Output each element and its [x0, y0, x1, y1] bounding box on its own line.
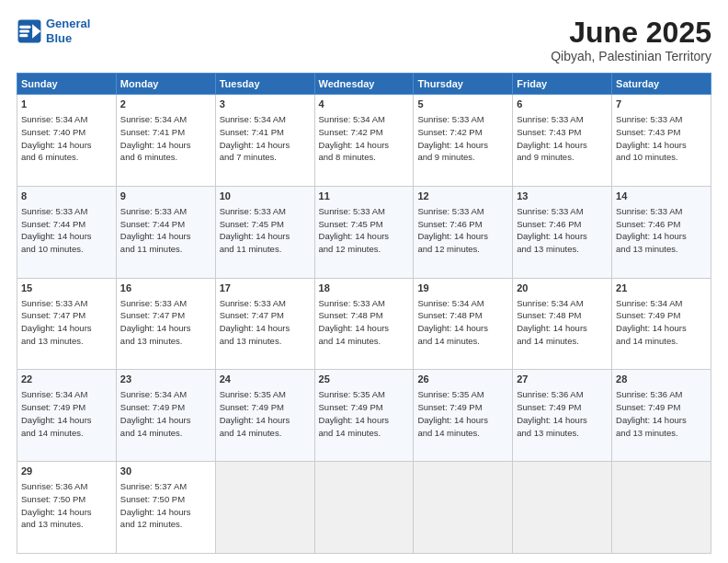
day-number: 16	[120, 282, 211, 296]
day-info: Sunset: 7:44 PM	[21, 218, 112, 231]
day-info: Sunrise: 5:33 AM	[517, 113, 608, 126]
day-info: Sunset: 7:50 PM	[120, 493, 211, 506]
day-number: 2	[120, 98, 211, 112]
day-info: and 13 minutes.	[120, 335, 211, 348]
table-cell: 4Sunrise: 5:34 AMSunset: 7:42 PMDaylight…	[314, 95, 414, 187]
day-info: Sunset: 7:42 PM	[319, 126, 410, 139]
table-cell: 17Sunrise: 5:33 AMSunset: 7:47 PMDayligh…	[215, 278, 314, 370]
day-info: Sunset: 7:47 PM	[21, 309, 112, 322]
table-cell: 15Sunrise: 5:33 AMSunset: 7:47 PMDayligh…	[17, 278, 117, 370]
day-info: Daylight: 14 hours	[220, 414, 311, 427]
day-info: Daylight: 14 hours	[417, 322, 508, 335]
day-info: Daylight: 14 hours	[517, 139, 608, 152]
main-title: June 2025	[551, 17, 711, 49]
day-info: Sunset: 7:46 PM	[616, 218, 707, 231]
day-info: Sunrise: 5:36 AM	[21, 480, 112, 493]
day-number: 17	[220, 282, 311, 296]
day-info: Sunrise: 5:33 AM	[120, 297, 211, 310]
svg-rect-3	[19, 29, 29, 32]
day-info: and 10 minutes.	[21, 243, 112, 256]
day-info: and 14 minutes.	[417, 427, 508, 440]
col-monday: Monday	[116, 74, 215, 95]
day-number: 15	[21, 282, 112, 296]
day-info: Sunrise: 5:34 AM	[120, 113, 211, 126]
table-cell: 1Sunrise: 5:34 AMSunset: 7:40 PMDaylight…	[17, 95, 117, 187]
day-info: and 12 minutes.	[120, 518, 211, 531]
day-number: 13	[517, 190, 608, 204]
calendar-header-row: Sunday Monday Tuesday Wednesday Thursday…	[17, 74, 711, 95]
title-block: June 2025 Qibyah, Palestinian Territory	[551, 17, 711, 63]
day-info: Sunrise: 5:34 AM	[21, 113, 112, 126]
table-cell: 21Sunrise: 5:34 AMSunset: 7:49 PMDayligh…	[612, 278, 711, 370]
day-info: and 11 minutes.	[120, 243, 211, 256]
day-number: 29	[21, 465, 112, 479]
day-info: Sunset: 7:46 PM	[417, 218, 508, 231]
day-info: and 14 minutes.	[517, 335, 608, 348]
day-number: 11	[319, 190, 410, 204]
day-info: Daylight: 14 hours	[21, 322, 112, 335]
svg-rect-4	[19, 34, 28, 37]
day-info: Daylight: 14 hours	[120, 414, 211, 427]
calendar-table: Sunday Monday Tuesday Wednesday Thursday…	[17, 73, 711, 554]
logo-general: General	[46, 17, 90, 30]
day-info: and 7 minutes.	[220, 151, 311, 164]
day-number: 22	[21, 373, 112, 387]
table-cell: 24Sunrise: 5:35 AMSunset: 7:49 PMDayligh…	[215, 370, 314, 462]
day-info: Sunset: 7:47 PM	[220, 309, 311, 322]
day-info: and 10 minutes.	[616, 151, 707, 164]
col-sunday: Sunday	[17, 74, 117, 95]
day-info: and 13 minutes.	[616, 243, 707, 256]
day-info: Sunrise: 5:34 AM	[120, 388, 211, 401]
table-cell: 8Sunrise: 5:33 AMSunset: 7:44 PMDaylight…	[17, 186, 117, 278]
day-info: Sunrise: 5:34 AM	[517, 297, 608, 310]
day-info: and 9 minutes.	[517, 151, 608, 164]
day-info: Daylight: 14 hours	[21, 139, 112, 152]
day-number: 9	[120, 190, 211, 204]
day-info: Daylight: 14 hours	[319, 322, 410, 335]
table-cell	[414, 462, 513, 554]
day-info: Sunrise: 5:36 AM	[616, 388, 707, 401]
day-info: Sunset: 7:49 PM	[616, 401, 707, 414]
day-number: 21	[616, 282, 707, 296]
day-info: Sunrise: 5:34 AM	[21, 388, 112, 401]
day-info: and 8 minutes.	[319, 151, 410, 164]
day-info: Sunrise: 5:36 AM	[517, 388, 608, 401]
day-info: and 9 minutes.	[417, 151, 508, 164]
table-cell: 12Sunrise: 5:33 AMSunset: 7:46 PMDayligh…	[414, 186, 513, 278]
table-cell: 9Sunrise: 5:33 AMSunset: 7:44 PMDaylight…	[116, 186, 215, 278]
day-number: 30	[120, 465, 211, 479]
day-number: 4	[319, 98, 410, 112]
day-info: Daylight: 14 hours	[21, 506, 112, 519]
day-number: 20	[517, 282, 608, 296]
table-cell: 30Sunrise: 5:37 AMSunset: 7:50 PMDayligh…	[116, 462, 215, 554]
day-info: Sunset: 7:49 PM	[319, 401, 410, 414]
day-info: Sunrise: 5:37 AM	[120, 480, 211, 493]
day-info: and 13 minutes.	[616, 427, 707, 440]
day-info: and 13 minutes.	[517, 427, 608, 440]
day-info: Sunrise: 5:33 AM	[21, 205, 112, 218]
svg-rect-2	[19, 25, 30, 28]
day-info: and 13 minutes.	[220, 335, 311, 348]
table-cell: 18Sunrise: 5:33 AMSunset: 7:48 PMDayligh…	[314, 278, 414, 370]
day-info: Daylight: 14 hours	[616, 414, 707, 427]
page: General Blue June 2025 Qibyah, Palestini…	[0, 0, 728, 563]
day-info: Daylight: 14 hours	[417, 139, 508, 152]
day-info: Daylight: 14 hours	[220, 139, 311, 152]
logo: General Blue	[17, 17, 90, 45]
col-tuesday: Tuesday	[215, 74, 314, 95]
day-number: 14	[616, 190, 707, 204]
table-cell: 27Sunrise: 5:36 AMSunset: 7:49 PMDayligh…	[513, 370, 612, 462]
day-info: Daylight: 14 hours	[517, 322, 608, 335]
day-info: and 13 minutes.	[21, 518, 112, 531]
day-info: Sunrise: 5:34 AM	[220, 113, 311, 126]
day-info: Sunset: 7:48 PM	[417, 309, 508, 322]
day-info: Sunset: 7:43 PM	[616, 126, 707, 139]
day-info: and 12 minutes.	[417, 243, 508, 256]
day-number: 10	[220, 190, 311, 204]
day-info: Daylight: 14 hours	[417, 414, 508, 427]
day-info: Daylight: 14 hours	[21, 230, 112, 243]
day-number: 1	[21, 98, 112, 112]
day-info: Daylight: 14 hours	[220, 322, 311, 335]
day-info: Sunset: 7:49 PM	[120, 401, 211, 414]
day-info: Sunrise: 5:34 AM	[616, 297, 707, 310]
